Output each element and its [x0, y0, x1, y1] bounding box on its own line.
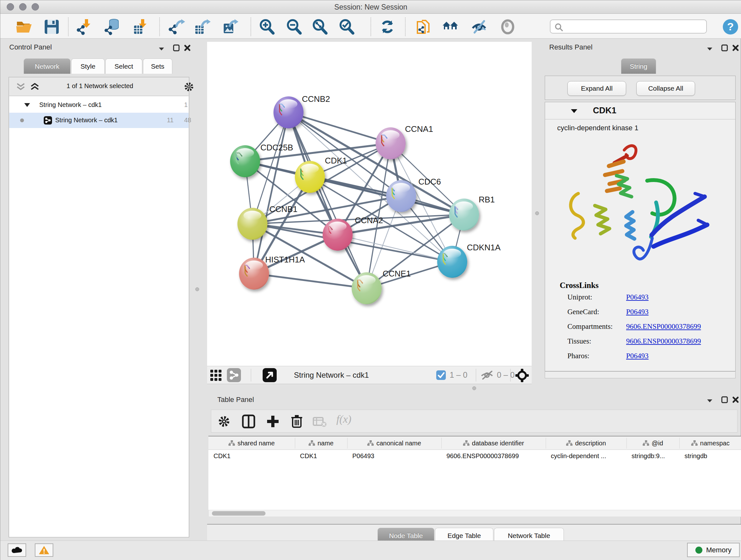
crosslink-link[interactable]: P06493 — [626, 308, 649, 316]
table-panel-close-icon[interactable] — [731, 395, 740, 404]
results-panel-menu-icon[interactable] — [705, 44, 714, 53]
cloud-status-button[interactable] — [8, 543, 26, 557]
open-folder-icon[interactable] — [16, 18, 32, 35]
window-title: Session: New Session — [0, 3, 741, 11]
crosslink-label: GeneCard: — [567, 308, 599, 316]
columns-icon[interactable] — [242, 415, 255, 428]
add-column-icon[interactable] — [266, 415, 280, 428]
hidden-eye-icon[interactable] — [480, 370, 494, 380]
table-cell[interactable]: CDK1 — [213, 452, 230, 460]
zoom-in-icon[interactable] — [259, 18, 275, 35]
network-node-CDKN1A[interactable]: CDKN1A — [437, 243, 501, 278]
table-cell[interactable]: cyclin-dependent ... — [551, 452, 606, 460]
section-disclosure-icon[interactable] — [570, 109, 578, 114]
collection-label: String Network – cdk1 — [39, 101, 102, 109]
grid-view-icon[interactable] — [210, 369, 222, 381]
column-header-description[interactable]: description — [546, 436, 626, 450]
left-splitter-handle[interactable] — [195, 287, 199, 291]
table-hscrollbar-thumb[interactable] — [212, 511, 266, 516]
hide-unhide-icon[interactable] — [471, 18, 487, 35]
save-icon[interactable] — [44, 18, 60, 35]
control-panel-float-icon[interactable] — [172, 44, 180, 52]
zoom-fit-icon[interactable] — [312, 18, 328, 35]
bottom-splitter-handle[interactable] — [472, 386, 476, 390]
tab-sets[interactable]: Sets — [143, 58, 172, 74]
collapse-all-icon[interactable] — [16, 82, 25, 91]
import-table-icon[interactable] — [133, 18, 149, 35]
network-node-CCNA1[interactable]: CCNA1 — [376, 124, 433, 159]
tab-select[interactable]: Select — [105, 58, 142, 74]
zoom-selected-icon[interactable] — [338, 18, 355, 35]
help-button[interactable]: ? — [722, 18, 739, 35]
show-all-icon[interactable] — [499, 18, 516, 35]
table-gear-icon[interactable] — [218, 415, 230, 428]
network-collection-row[interactable]: String Network – cdk1 1 — [9, 98, 189, 113]
export-table-icon[interactable] — [194, 18, 211, 35]
column-header-id[interactable]: @id — [626, 436, 679, 450]
network-node-RB1[interactable]: RB1 — [449, 195, 495, 231]
table-hscrollbar[interactable] — [208, 510, 741, 517]
export-network-icon[interactable] — [169, 18, 185, 35]
tab-network[interactable]: Network — [23, 58, 71, 74]
crosslink-link[interactable]: 9606.ENSP00000378699 — [626, 322, 701, 331]
disclosure-triangle-icon[interactable] — [24, 103, 30, 108]
results-panel-close-icon[interactable] — [731, 44, 740, 52]
memory-button[interactable]: Memory — [687, 543, 740, 557]
home-network-icon[interactable] — [442, 18, 459, 35]
tab-style[interactable]: Style — [71, 58, 105, 74]
results-panel-float-icon[interactable] — [720, 44, 729, 52]
refresh-icon[interactable] — [379, 18, 396, 35]
table-cell[interactable]: CDK1 — [300, 452, 317, 460]
table-cell[interactable]: 9606.ENSP00000378699 — [447, 452, 519, 460]
network-node-HIST1H1A[interactable]: HIST1H1A — [239, 255, 305, 290]
delete-column-icon[interactable] — [290, 414, 303, 428]
import-network-icon[interactable] — [77, 18, 93, 35]
column-header-databaseidentifier[interactable]: database identifier — [441, 436, 546, 450]
column-header-name[interactable]: name — [295, 436, 347, 450]
selected-checkbox-icon[interactable] — [436, 370, 446, 380]
clear-table-icon — [313, 416, 327, 427]
column-header-sharedname[interactable]: shared name — [208, 436, 295, 450]
birds-eye-icon[interactable] — [515, 368, 529, 383]
open-in-window-icon[interactable] — [263, 368, 277, 382]
document-share-icon[interactable] — [415, 18, 432, 35]
control-panel-close-icon[interactable] — [183, 44, 192, 52]
node-label: CDK1 — [325, 156, 347, 165]
gear-icon[interactable] — [184, 82, 194, 92]
table-cell[interactable]: P06493 — [352, 452, 374, 460]
crosslink-link[interactable]: 9606.ENSP00000378699 — [626, 337, 701, 346]
crosslink-link[interactable]: P06493 — [626, 352, 649, 360]
export-image-icon[interactable] — [222, 18, 239, 35]
column-header-namespac[interactable]: namespac — [679, 436, 741, 450]
network-canvas[interactable]: CCNB2CCNA1CDC25BCDK1CDC6RB1CCNB1CCNA2CDK… — [207, 42, 532, 366]
warning-status-button[interactable] — [35, 543, 53, 557]
table-panel-title: Table Panel — [217, 395, 254, 404]
toolbar-separator — [370, 17, 371, 36]
search-input[interactable] — [565, 21, 702, 32]
column-header-canonicalname[interactable]: canonical name — [347, 436, 441, 450]
sort-tree-icon — [367, 440, 374, 446]
table-panel-menu-icon[interactable] — [705, 396, 714, 405]
expand-all-button[interactable]: Expand All — [567, 81, 626, 96]
control-panel-title: Control Panel — [9, 43, 52, 51]
zoom-out-icon[interactable] — [286, 18, 302, 35]
control-panel-menu-icon[interactable] — [157, 44, 165, 53]
table-panel-float-icon[interactable] — [720, 395, 729, 404]
string-badge-icon[interactable] — [227, 368, 241, 382]
status-bar: Memory — [0, 541, 741, 560]
collapse-all-button[interactable]: Collapse All — [636, 81, 695, 96]
right-splitter-handle[interactable] — [535, 211, 539, 215]
expand-all-icon[interactable] — [30, 82, 40, 91]
tab-string[interactable]: String — [621, 58, 656, 74]
network-node-CCNE1[interactable]: CCNE1 — [352, 269, 411, 304]
gene-section-header[interactable]: CDK1 — [545, 102, 735, 119]
table-cell[interactable]: stringdb:9... — [631, 452, 665, 460]
crosslink-link[interactable]: P06493 — [626, 293, 649, 301]
network-node-CDK1[interactable]: CDK1 — [295, 156, 347, 193]
network-row-selected[interactable]: String Network – cdk1 11 48 — [9, 113, 189, 128]
table-cell[interactable]: stringdb — [684, 452, 707, 460]
results-scroll-strip[interactable] — [545, 371, 736, 378]
import-database-icon[interactable] — [105, 18, 121, 35]
crosslink-label: Compartments: — [567, 322, 613, 331]
node-label: CDC25B — [260, 143, 293, 152]
